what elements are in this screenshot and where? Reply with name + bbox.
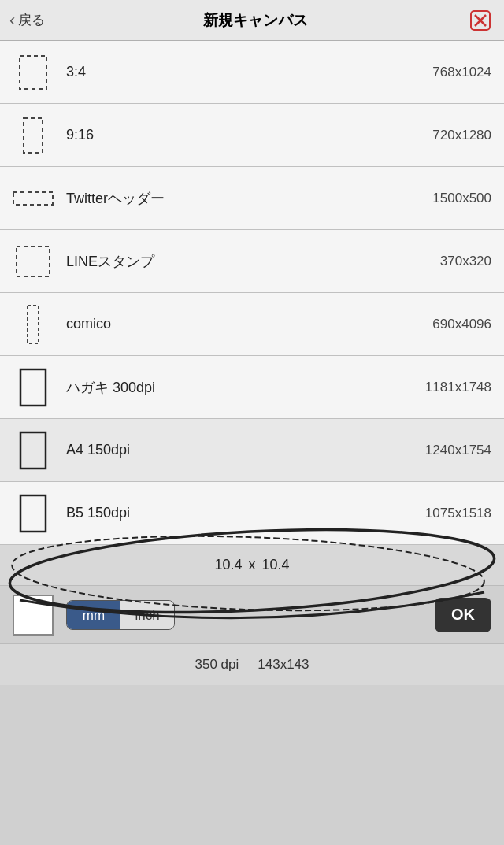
canvas-label-twitter: Twitterヘッダー bbox=[66, 189, 432, 208]
list-item[interactable]: 3:4 768x1024 bbox=[0, 41, 504, 104]
svg-rect-3 bbox=[20, 56, 46, 89]
unit-inch-button[interactable]: inch bbox=[120, 601, 174, 630]
canvas-dims-comico: 690x4096 bbox=[432, 317, 491, 332]
dpi-label: 350 dpi bbox=[195, 657, 239, 673]
canvas-dims-twitter: 1500x500 bbox=[432, 191, 491, 206]
canvas-dims-b5: 1075x1518 bbox=[425, 506, 491, 521]
controls-row: mm inch OK bbox=[0, 586, 504, 644]
canvas-list: 3:4 768x1024 9:16 720x1280 Twitterヘッダー 1… bbox=[0, 41, 504, 545]
svg-rect-6 bbox=[17, 246, 50, 276]
list-item-a4[interactable]: A4 150dpi 1240x1754 bbox=[0, 419, 504, 482]
pixel-dims: 143x143 bbox=[258, 657, 309, 673]
unit-toggle: mm inch bbox=[66, 600, 175, 630]
canvas-dims-line: 370x320 bbox=[440, 254, 491, 269]
svg-rect-4 bbox=[24, 118, 43, 153]
canvas-icon-9-16 bbox=[13, 115, 54, 156]
close-button[interactable] bbox=[466, 6, 495, 35]
canvas-icon-comico bbox=[13, 304, 54, 345]
list-item[interactable]: LINEスタンプ 370x320 bbox=[0, 230, 504, 293]
canvas-label-line: LINEスタンプ bbox=[66, 252, 440, 271]
chevron-left-icon: ‹ bbox=[9, 10, 15, 31]
canvas-dims-3-4: 768x1024 bbox=[432, 65, 491, 80]
dpi-row: 350 dpi 143x143 bbox=[0, 644, 504, 685]
svg-rect-5 bbox=[13, 192, 53, 205]
header: ‹ 戻る 新規キャンバス bbox=[0, 0, 504, 41]
list-item[interactable]: ハガキ 300dpi 1181x1748 bbox=[0, 356, 504, 419]
canvas-dims-hagaki: 1181x1748 bbox=[425, 380, 491, 395]
list-item[interactable]: B5 150dpi 1075x1518 bbox=[0, 482, 504, 545]
canvas-label-a4: A4 150dpi bbox=[66, 442, 425, 458]
back-label: 戻る bbox=[18, 11, 45, 29]
canvas-icon-hagaki bbox=[13, 367, 54, 408]
back-button[interactable]: ‹ 戻る bbox=[9, 10, 45, 31]
list-item[interactable]: Twitterヘッダー 1500x500 bbox=[0, 167, 504, 230]
svg-rect-9 bbox=[20, 432, 46, 469]
close-icon bbox=[469, 9, 491, 32]
page-title: 新規キャンバス bbox=[203, 10, 308, 31]
svg-rect-8 bbox=[20, 369, 46, 406]
canvas-icon-line bbox=[13, 241, 54, 282]
canvas-dims-a4: 1240x1754 bbox=[425, 443, 491, 458]
svg-rect-10 bbox=[20, 495, 46, 532]
canvas-icon-3-4 bbox=[13, 52, 54, 93]
canvas-dims-9-16: 720x1280 bbox=[432, 128, 491, 143]
canvas-icon-b5 bbox=[13, 493, 54, 534]
svg-rect-7 bbox=[28, 306, 39, 343]
dims-x-separator: x bbox=[249, 557, 256, 573]
ok-button[interactable]: OK bbox=[435, 598, 491, 632]
canvas-icon-twitter bbox=[13, 178, 54, 219]
canvas-label-hagaki: ハガキ 300dpi bbox=[66, 378, 425, 397]
canvas-icon-a4 bbox=[13, 430, 54, 471]
bottom-section: 10.4 x 10.4 mm inch OK 350 dpi 143x143 bbox=[0, 545, 504, 685]
canvas-label-b5: B5 150dpi bbox=[66, 505, 425, 521]
canvas-label-comico: comico bbox=[66, 316, 432, 332]
canvas-label-3-4: 3:4 bbox=[66, 64, 432, 80]
unit-mm-button[interactable]: mm bbox=[67, 601, 120, 630]
list-item[interactable]: comico 690x4096 bbox=[0, 293, 504, 356]
dim-height: 10.4 bbox=[262, 557, 290, 573]
canvas-label-9-16: 9:16 bbox=[66, 127, 432, 143]
canvas-preview bbox=[13, 595, 54, 636]
list-item[interactable]: 9:16 720x1280 bbox=[0, 104, 504, 167]
dim-width: 10.4 bbox=[214, 557, 242, 573]
dimensions-row: 10.4 x 10.4 bbox=[0, 545, 504, 586]
